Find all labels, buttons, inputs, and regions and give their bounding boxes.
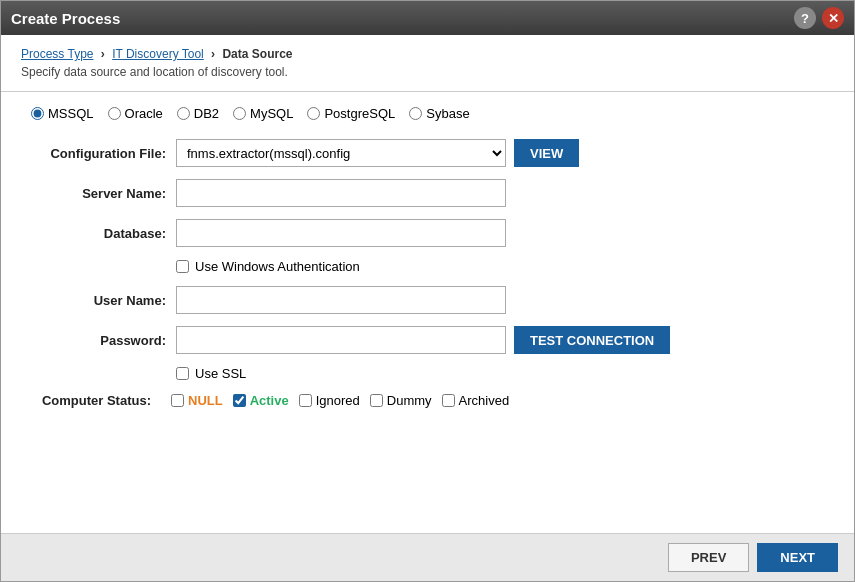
title-bar-left: Create Process — [11, 10, 120, 27]
server-name-input[interactable] — [176, 179, 506, 207]
form-area: MSSQL Oracle DB2 MySQL PostgreSQL — [1, 92, 854, 533]
status-archived-label: Archived — [459, 393, 510, 408]
status-items: NULL Active Ignored Dummy — [171, 393, 509, 408]
database-input[interactable] — [176, 219, 506, 247]
status-active-label: Active — [250, 393, 289, 408]
password-input[interactable] — [176, 326, 506, 354]
prev-button[interactable]: PREV — [668, 543, 749, 572]
radio-mysql-label: MySQL — [250, 106, 293, 121]
breadcrumb-sep-2: › — [211, 47, 215, 61]
user-name-input[interactable] — [176, 286, 506, 314]
window-title: Create Process — [11, 10, 120, 27]
status-null-label: NULL — [188, 393, 223, 408]
radio-oracle[interactable]: Oracle — [108, 106, 163, 121]
content-area: Process Type › IT Discovery Tool › Data … — [1, 35, 854, 581]
windows-auth-checkbox[interactable] — [176, 260, 189, 273]
status-dummy-checkbox[interactable] — [370, 394, 383, 407]
status-ignored-item: Ignored — [299, 393, 360, 408]
user-name-label: User Name: — [31, 293, 176, 308]
status-ignored-label: Ignored — [316, 393, 360, 408]
db-type-radio-group: MSSQL Oracle DB2 MySQL PostgreSQL — [31, 106, 824, 121]
status-ignored-checkbox[interactable] — [299, 394, 312, 407]
footer-bar: PREV NEXT — [1, 533, 854, 581]
next-button[interactable]: NEXT — [757, 543, 838, 572]
radio-postgresql-label: PostgreSQL — [324, 106, 395, 121]
database-row: Database: — [31, 219, 824, 247]
status-active-item: Active — [233, 393, 289, 408]
computer-status-row: Computer Status: NULL Active Ignored — [31, 393, 824, 408]
windows-auth-label: Use Windows Authentication — [195, 259, 360, 274]
status-active-checkbox[interactable] — [233, 394, 246, 407]
test-connection-button[interactable]: TEST CONNECTION — [514, 326, 670, 354]
status-dummy-item: Dummy — [370, 393, 432, 408]
database-label: Database: — [31, 226, 176, 241]
status-dummy-label: Dummy — [387, 393, 432, 408]
config-file-row: Configuration File: fnms.extractor(mssql… — [31, 139, 824, 167]
radio-db2[interactable]: DB2 — [177, 106, 219, 121]
config-file-label: Configuration File: — [31, 146, 176, 161]
breadcrumb-process-type[interactable]: Process Type — [21, 47, 93, 61]
breadcrumb-area: Process Type › IT Discovery Tool › Data … — [1, 35, 854, 83]
breadcrumb-sep-1: › — [101, 47, 105, 61]
radio-oracle-label: Oracle — [125, 106, 163, 121]
breadcrumb-description: Specify data source and location of disc… — [21, 65, 834, 79]
password-row: Password: TEST CONNECTION — [31, 326, 824, 354]
windows-auth-row: Use Windows Authentication — [176, 259, 824, 274]
create-process-window: Create Process ? ✕ Process Type › IT Dis… — [0, 0, 855, 582]
use-ssl-label: Use SSL — [195, 366, 246, 381]
radio-db2-label: DB2 — [194, 106, 219, 121]
title-bar-right: ? ✕ — [794, 7, 844, 29]
breadcrumb-data-source: Data Source — [222, 47, 292, 61]
view-button[interactable]: VIEW — [514, 139, 579, 167]
breadcrumb: Process Type › IT Discovery Tool › Data … — [21, 47, 834, 61]
user-name-row: User Name: — [31, 286, 824, 314]
use-ssl-checkbox[interactable] — [176, 367, 189, 380]
radio-postgresql[interactable]: PostgreSQL — [307, 106, 395, 121]
radio-sybase-label: Sybase — [426, 106, 469, 121]
status-archived-checkbox[interactable] — [442, 394, 455, 407]
config-file-select[interactable]: fnms.extractor(mssql).config — [176, 139, 506, 167]
radio-mssql[interactable]: MSSQL — [31, 106, 94, 121]
close-button[interactable]: ✕ — [822, 7, 844, 29]
title-bar: Create Process ? ✕ — [1, 1, 854, 35]
breadcrumb-it-discovery-tool[interactable]: IT Discovery Tool — [112, 47, 204, 61]
password-label: Password: — [31, 333, 176, 348]
radio-mssql-label: MSSQL — [48, 106, 94, 121]
help-button[interactable]: ? — [794, 7, 816, 29]
computer-status-label: Computer Status: — [31, 393, 161, 408]
status-null-checkbox[interactable] — [171, 394, 184, 407]
server-name-label: Server Name: — [31, 186, 176, 201]
status-archived-item: Archived — [442, 393, 510, 408]
status-null-item: NULL — [171, 393, 223, 408]
radio-mysql[interactable]: MySQL — [233, 106, 293, 121]
server-name-row: Server Name: — [31, 179, 824, 207]
radio-sybase[interactable]: Sybase — [409, 106, 469, 121]
use-ssl-row: Use SSL — [176, 366, 824, 381]
